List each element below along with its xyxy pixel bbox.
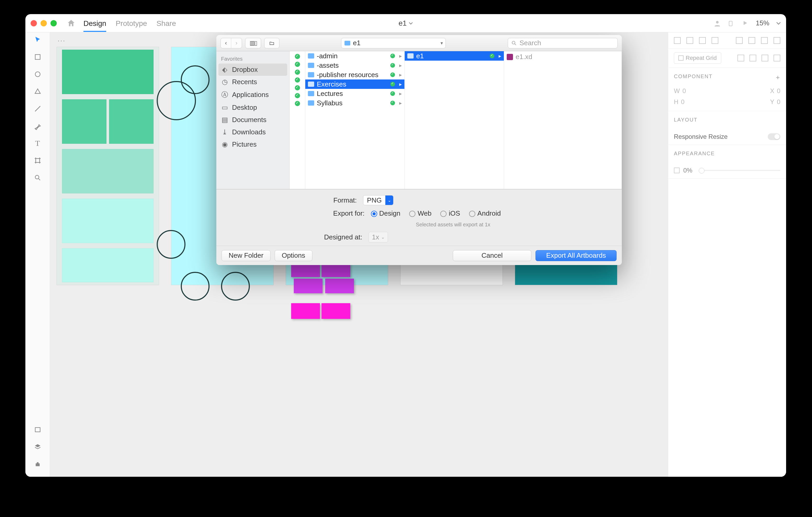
close-window-button[interactable]: [31, 20, 37, 26]
radio-design[interactable]: Design: [371, 209, 401, 217]
w-value[interactable]: 0: [683, 87, 686, 95]
favorite-downloads[interactable]: ⤓Downloads: [216, 126, 289, 138]
tab-share[interactable]: Share: [156, 14, 176, 32]
path-dropdown[interactable]: e1 ▾: [341, 38, 446, 48]
plugins-panel-icon[interactable]: [33, 459, 42, 469]
mode-tabs: Design Prototype Share: [83, 14, 176, 32]
search-icon: [511, 40, 517, 46]
h-label: H: [674, 98, 678, 105]
component-section-header: COMPONENT +: [668, 68, 786, 87]
align-vcenter-icon[interactable]: [761, 37, 768, 44]
minimize-window-button[interactable]: [40, 20, 47, 26]
assets-panel-icon[interactable]: [33, 425, 42, 434]
tab-design[interactable]: Design: [83, 14, 106, 32]
radio-web[interactable]: Web: [409, 209, 431, 217]
play-icon[interactable]: [742, 20, 749, 27]
folder-row[interactable]: Lectures▸: [305, 89, 404, 98]
folder-icon: [407, 53, 413, 59]
subtract-icon[interactable]: [750, 55, 756, 61]
document-title[interactable]: e1: [399, 19, 413, 27]
distribute-v-icon[interactable]: [748, 37, 755, 44]
zoom-tool[interactable]: [33, 173, 42, 182]
device-preview-icon[interactable]: [727, 20, 735, 27]
favorite-pictures[interactable]: ◉Pictures: [216, 138, 289, 151]
documents-icon: ▤: [221, 116, 228, 124]
folder-name: -assets: [317, 61, 339, 69]
responsive-toggle[interactable]: [768, 133, 780, 140]
zoom-window-button[interactable]: [51, 20, 57, 26]
canvas[interactable]: ... ‹ › ▥▯: [50, 32, 668, 477]
opacity-slider[interactable]: [699, 170, 780, 171]
svg-point-3: [35, 72, 40, 77]
folder-row[interactable]: -publisher resources▸: [305, 70, 404, 80]
svg-rect-1: [729, 21, 732, 26]
intersect-icon[interactable]: [761, 55, 768, 61]
dialog-toolbar: ‹ › ▥▯ e1 ▾: [216, 35, 622, 51]
artboard-tool[interactable]: [33, 156, 42, 165]
align-top-icon[interactable]: [712, 37, 718, 44]
line-tool[interactable]: [33, 104, 42, 114]
back-button[interactable]: ‹: [221, 38, 231, 48]
radio-ios[interactable]: iOS: [440, 209, 460, 217]
align-hcenter-icon[interactable]: [687, 37, 693, 44]
favorite-recents[interactable]: ◷Recents: [216, 76, 289, 88]
repeat-grid-button[interactable]: Repeat Grid: [674, 52, 721, 64]
export-button[interactable]: Export All Artboards: [535, 250, 616, 261]
select-tool[interactable]: [33, 35, 42, 44]
format-value: PNG: [364, 196, 385, 204]
folder-row-selected[interactable]: e1▸: [405, 51, 504, 61]
artboard-1[interactable]: [57, 47, 159, 285]
exportfor-radios: Design Web iOS Android: [371, 209, 501, 217]
chevron-down-icon[interactable]: [776, 21, 781, 26]
x-value[interactable]: 0: [777, 87, 780, 95]
format-select[interactable]: PNG ⌄: [363, 195, 394, 205]
new-folder-button[interactable]: New Folder: [222, 250, 270, 261]
options-button[interactable]: Options: [275, 250, 312, 261]
column-view-icon[interactable]: ▥▯: [245, 38, 261, 48]
search-field[interactable]: Search: [508, 38, 618, 48]
favorite-applications[interactable]: ⒶApplications: [216, 88, 289, 101]
cancel-button[interactable]: Cancel: [453, 250, 531, 261]
folder-action-icon[interactable]: [264, 38, 279, 48]
distribute-h-icon[interactable]: [736, 37, 743, 44]
tab-prototype[interactable]: Prototype: [116, 14, 147, 32]
favorite-desktop[interactable]: ▭Desktop: [216, 101, 289, 114]
text-tool[interactable]: T: [33, 139, 42, 148]
folder-row[interactable]: -assets▸: [305, 61, 404, 70]
group-button[interactable]: [264, 38, 280, 48]
ellipse-tool[interactable]: [33, 69, 42, 79]
home-icon[interactable]: [67, 19, 76, 28]
align-bottom-icon[interactable]: [774, 37, 780, 44]
size-row-2: H 0 Y 0: [668, 98, 786, 111]
layers-panel-icon[interactable]: [33, 442, 42, 452]
plus-icon[interactable]: +: [776, 73, 780, 82]
exclude-icon[interactable]: [774, 55, 780, 61]
sync-status-icon: [390, 101, 395, 105]
align-right-icon[interactable]: [699, 37, 706, 44]
zoom-level[interactable]: 15%: [756, 19, 770, 27]
favorite-documents[interactable]: ▤Documents: [216, 114, 289, 126]
y-value[interactable]: 0: [777, 98, 780, 105]
h-value[interactable]: 0: [681, 98, 684, 105]
pen-tool[interactable]: [33, 121, 42, 131]
folder-name: Lectures: [317, 90, 343, 98]
sync-status-icon: [295, 69, 300, 75]
user-icon[interactable]: [714, 20, 721, 27]
union-icon[interactable]: [737, 55, 744, 61]
forward-button[interactable]: ›: [231, 38, 241, 48]
properties-panel: Repeat Grid COMPONENT + W 0 X 0 H 0 Y 0: [668, 32, 786, 477]
favorites-header: Favorites: [216, 53, 289, 63]
export-hint: Selected assets will export at 1x: [216, 222, 622, 227]
folder-row[interactable]: -admin▸: [305, 51, 404, 61]
file-row[interactable]: e1.xd: [504, 51, 621, 62]
favorite-dropbox[interactable]: ⬖Dropbox: [219, 63, 287, 76]
folder-row-selected[interactable]: Exercises▸: [305, 80, 404, 89]
folder-row[interactable]: Syllabus▸: [305, 98, 404, 108]
polygon-tool[interactable]: [33, 87, 42, 96]
align-left-icon[interactable]: [674, 37, 681, 44]
designedat-row: Designed at: 1x ⌄: [216, 232, 622, 243]
radio-android[interactable]: Android: [469, 209, 501, 217]
rectangle-tool[interactable]: [33, 52, 42, 62]
opacity-value[interactable]: 0%: [683, 167, 692, 174]
view-mode-segment[interactable]: ▥▯: [245, 38, 261, 48]
